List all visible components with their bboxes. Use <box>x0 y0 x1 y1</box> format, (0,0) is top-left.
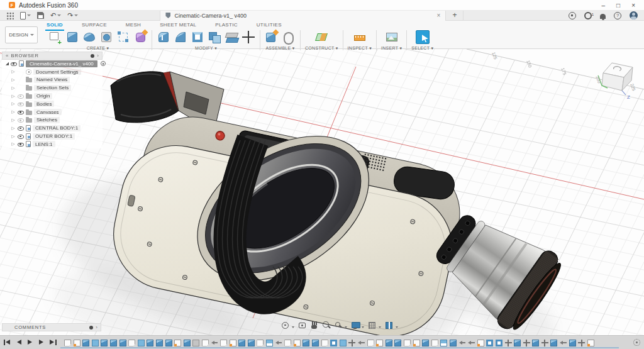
comments-header[interactable]: COMMENTS › <box>2 323 101 331</box>
help-icon[interactable]: ? <box>614 12 621 19</box>
sketch-feature-19[interactable] <box>230 340 236 346</box>
extrude-feature-7[interactable] <box>119 340 126 346</box>
look-at-icon[interactable] <box>297 321 307 330</box>
workspace-selector[interactable]: DESIGN <box>5 26 38 43</box>
expand-arrow-icon[interactable]: ▷ <box>11 77 16 82</box>
move-copy-icon[interactable] <box>242 30 255 44</box>
measure-icon[interactable] <box>353 30 367 44</box>
expand-arrow-icon[interactable]: ▷ <box>11 126 16 131</box>
inspect-group-label[interactable]: INSPECT ▾ <box>348 46 372 51</box>
job-status-icon[interactable]: 1 <box>584 12 592 19</box>
extrude-feature-36[interactable] <box>386 340 392 346</box>
sketch-feature-13[interactable] <box>174 340 181 346</box>
mirror-feature-44[interactable] <box>459 340 466 346</box>
extensions-icon[interactable] <box>569 12 576 19</box>
expand-arrow-icon[interactable]: ▷ <box>11 109 16 114</box>
ribbon-tab-mesh[interactable]: MESH <box>125 21 142 30</box>
create-group-label[interactable]: CREATE ▾ <box>87 46 109 51</box>
extrude-feature-6[interactable] <box>110 340 117 346</box>
profile-avatar[interactable] <box>630 11 638 19</box>
comments-options-icon[interactable] <box>89 326 93 330</box>
sketch-feature-58[interactable] <box>587 340 594 346</box>
move-feature-49[interactable] <box>505 340 512 346</box>
extrude-feature-50[interactable] <box>514 340 521 346</box>
visibility-eye-icon[interactable] <box>11 61 17 67</box>
view-cube[interactable]: Z <box>598 63 633 100</box>
extrude-feature-12[interactable] <box>165 340 172 346</box>
primitive-feature-31[interactable] <box>340 340 347 346</box>
browser-item-document-settings[interactable]: ▷Document Settings <box>2 68 103 76</box>
document-tab[interactable]: Cinematic-Camera-v1_ v400 × <box>160 11 446 21</box>
mirror-feature-17[interactable] <box>211 340 218 346</box>
revolve-icon[interactable] <box>82 30 96 44</box>
3d-viewport[interactable]: Z 125150175200225 « BROWSER › ◢Cinematic… <box>0 49 644 335</box>
sketch-feature-35[interactable] <box>376 340 383 346</box>
shell-feature-48[interactable] <box>496 340 502 346</box>
zoom-icon[interactable] <box>321 321 331 330</box>
collapse-panel-icon[interactable]: « <box>6 53 8 59</box>
visibility-eye-icon[interactable] <box>18 101 24 107</box>
extrude-feature-5[interactable] <box>101 340 108 346</box>
notifications-bell-icon[interactable] <box>600 14 606 19</box>
sketch-feature-16[interactable] <box>202 340 209 346</box>
step-back-button[interactable] <box>15 339 23 346</box>
joint-icon[interactable] <box>282 30 296 44</box>
sketch-feature-1[interactable] <box>64 340 71 346</box>
grid-display-icon[interactable] <box>367 321 377 330</box>
shell-icon[interactable] <box>191 30 204 44</box>
select-group-label[interactable]: SELECT ▾ <box>411 46 433 51</box>
ribbon-tab-solid[interactable]: SOLID <box>45 21 64 30</box>
dropdown-caret-icon[interactable] <box>292 326 294 328</box>
extrude-feature-43[interactable] <box>450 340 457 346</box>
select-icon[interactable] <box>416 30 430 44</box>
viewports-icon[interactable] <box>384 321 394 330</box>
expand-arrow-icon[interactable]: ▷ <box>11 94 16 99</box>
insert-group-label[interactable]: INSERT ▾ <box>381 46 402 51</box>
browser-item-bodies[interactable]: ▷Bodies <box>2 100 103 108</box>
go-to-start-button[interactable] <box>4 339 11 346</box>
press-pull-icon[interactable] <box>157 30 170 44</box>
insert-image-icon[interactable] <box>385 30 399 44</box>
orbit-icon[interactable] <box>280 321 290 330</box>
rectangular-pattern-icon[interactable] <box>116 30 130 44</box>
ribbon-tab-sheet-metal[interactable]: SHEET METAL <box>158 21 197 30</box>
extrude-icon[interactable] <box>65 30 79 44</box>
maximize-button[interactable]: □ <box>616 1 620 10</box>
group-feature-15[interactable] <box>192 340 199 346</box>
extrude-feature-54[interactable] <box>550 340 557 346</box>
sketch-feature-34[interactable] <box>367 340 374 346</box>
undo-icon[interactable]: ↶ <box>50 11 56 19</box>
extrude-feature-52[interactable] <box>532 340 539 346</box>
shell-feature-47[interactable] <box>486 340 493 346</box>
new-component-icon[interactable] <box>265 30 279 44</box>
extrude-feature-20[interactable] <box>238 340 245 346</box>
assemble-group-label[interactable]: ASSEMBLE ▾ <box>265 46 294 51</box>
extrude-feature-10[interactable] <box>147 340 153 346</box>
extrude-feature-3[interactable] <box>82 340 89 346</box>
extrude-feature-14[interactable] <box>184 340 191 346</box>
extrude-feature-28[interactable] <box>312 340 319 346</box>
sketch-feature-2[interactable] <box>74 340 80 346</box>
browser-root-item[interactable]: ◢Cinematic-Camera-v1_ v400 <box>2 60 103 68</box>
browser-item-sketches[interactable]: ▷Sketches <box>2 116 103 125</box>
primitive-feature-9[interactable] <box>138 340 145 346</box>
comments-chevron-icon[interactable]: › <box>96 324 97 330</box>
ribbon-tab-plastic[interactable]: PLASTIC <box>214 21 238 30</box>
sketch-feature-29[interactable] <box>321 340 328 346</box>
expand-arrow-icon[interactable]: ▷ <box>11 118 16 123</box>
sketch-feature-26[interactable] <box>294 340 301 346</box>
construct-group-label[interactable]: CONSTRUCT ▾ <box>305 46 338 51</box>
visibility-eye-icon[interactable] <box>18 93 24 99</box>
shell-feature-30[interactable] <box>330 340 337 346</box>
sketch-feature-38[interactable] <box>404 340 411 346</box>
expand-arrow-icon[interactable]: ◢ <box>6 61 9 66</box>
pan-icon[interactable] <box>309 321 319 330</box>
move-feature-57[interactable] <box>578 340 585 346</box>
redo-icon[interactable]: ↷ <box>67 11 73 19</box>
browser-item-origin[interactable]: ▷Origin <box>2 92 103 100</box>
visibility-eye-icon[interactable] <box>18 117 24 123</box>
play-button[interactable] <box>26 339 34 346</box>
create-sketch-icon[interactable] <box>48 30 62 44</box>
ribbon-tab-utilities[interactable]: UTILITIES <box>255 21 283 30</box>
ribbon-tab-surface[interactable]: SURFACE <box>80 21 108 30</box>
